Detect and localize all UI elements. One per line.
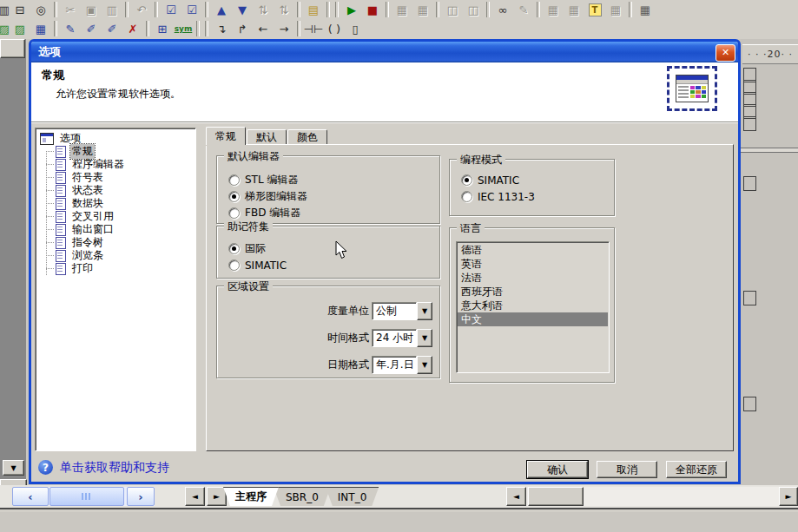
network-table-icon[interactable]: ▦	[635, 1, 656, 18]
tree-item-output-window[interactable]: 输出窗口	[37, 223, 194, 236]
tab-scroll-left-button[interactable]: ◄	[185, 487, 205, 506]
branch-up-arrow-icon[interactable]: ↱	[232, 20, 253, 37]
tab-general[interactable]: 常规	[206, 127, 246, 145]
pause-chart-status-icon[interactable]: ◫	[463, 1, 484, 18]
hscroll-right-button[interactable]: ›	[127, 487, 155, 506]
tree-item-general[interactable]: 常规	[37, 145, 194, 158]
tab-color[interactable]: 颜色	[287, 129, 327, 145]
coil-icon[interactable]: ( )	[324, 20, 345, 37]
tree-item-status-chart[interactable]: 状态表	[37, 184, 194, 197]
insert-row-icon[interactable]: ✐	[81, 20, 102, 37]
upload-icon[interactable]: ▲	[211, 1, 232, 18]
timer-icon[interactable]: T	[584, 1, 605, 18]
language-option[interactable]: 英语	[458, 257, 608, 271]
compile-icon[interactable]: ☑	[161, 1, 181, 18]
pause-program-status-icon[interactable]: ▦	[412, 1, 433, 18]
partial-left-icon[interactable]: ▥	[0, 1, 10, 18]
language-listbox[interactable]: 德语 英语 法语 西班牙语 意大利语 中文	[456, 241, 610, 373]
sort-descending-icon[interactable]: ⇅	[274, 1, 294, 18]
language-option[interactable]: 法语	[458, 271, 608, 285]
cancel-button[interactable]: 取消	[597, 461, 657, 478]
combo-box[interactable]: 24 小时 ▼	[372, 329, 432, 347]
editor-hscroll-thumb[interactable]	[528, 487, 584, 506]
options-folder-icon[interactable]: ▤	[303, 1, 324, 18]
paste-icon[interactable]: ▥	[102, 1, 122, 18]
tree-root-options[interactable]: 选项	[37, 132, 194, 145]
confirm-button[interactable]: 确认	[527, 461, 588, 478]
tab-scroll-right-button[interactable]: ►	[207, 487, 227, 506]
copy-icon[interactable]: ▣	[81, 1, 102, 18]
toolbar-button	[326, 2, 330, 17]
combo-dropdown-button[interactable]: ▼	[417, 329, 432, 347]
tab-default[interactable]: 默认	[247, 129, 287, 145]
branch-down-arrow-icon[interactable]: ↴	[211, 20, 232, 37]
table-force-icon[interactable]: ▦	[605, 1, 626, 18]
symbol-table-icon[interactable]: sym	[173, 20, 194, 37]
run-icon[interactable]: ▶	[341, 1, 362, 18]
tree-item-symbol-table[interactable]: 符号表	[37, 171, 194, 184]
chart-status-icon[interactable]: ◫	[442, 1, 463, 18]
editor-hscroll-right-button[interactable]: ►	[779, 487, 798, 506]
tab-main-program[interactable]: 主程序	[223, 487, 279, 506]
radio-simatic-mnemonics[interactable]: SIMATIC	[228, 257, 439, 273]
network-grid-icon[interactable]: ▦	[30, 20, 51, 37]
radio-icon	[461, 174, 472, 186]
ladder-editor-icon[interactable]: ▨	[10, 20, 30, 37]
program-status-icon[interactable]: ▦	[392, 1, 412, 18]
download-icon[interactable]: ▼	[232, 1, 253, 18]
contact-icon[interactable]: ⊣⊢	[303, 20, 324, 37]
radio-iec-1131-3-mode[interactable]: IEC 1131-3	[461, 188, 614, 205]
sort-ascending-icon[interactable]: ⇅	[253, 1, 274, 18]
combo-dropdown-button[interactable]: ▼	[417, 356, 432, 374]
hscroll-thumb[interactable]	[49, 487, 124, 506]
tab-int-0[interactable]: INT_0	[326, 487, 379, 506]
box-instruction-icon[interactable]: ▯	[345, 20, 366, 37]
tree-items: 常规 程序编辑器 符号表 状态表 数据块	[37, 145, 194, 275]
tab-sbr-0[interactable]: SBR_0	[274, 487, 331, 506]
print-icon[interactable]: ⊟	[10, 1, 30, 18]
radio-international-mnemonics[interactable]: 国际	[228, 240, 439, 257]
navigation-partial-top-button[interactable]	[0, 39, 25, 58]
language-option[interactable]: 意大利语	[458, 299, 608, 312]
language-option[interactable]: 德语	[458, 243, 608, 257]
editor-ruler: · · ·20· ·	[742, 44, 798, 64]
editor-hscroll-left-button[interactable]: ◄	[506, 487, 526, 506]
hscroll-left-button[interactable]: ‹	[12, 487, 49, 506]
help-icon[interactable]: ?	[38, 460, 53, 475]
tree-item-data-block[interactable]: 数据块	[37, 197, 194, 210]
radio-ladder-editor[interactable]: 梯形图编辑器	[228, 188, 439, 205]
line-left-arrow-icon[interactable]: ←	[253, 20, 274, 37]
close-button[interactable]: ✕	[716, 44, 735, 62]
partial-green-grid-icon[interactable]: ▨	[0, 20, 10, 37]
insert-network-icon[interactable]: ✎	[60, 20, 81, 37]
radio-simatic-mode[interactable]: SIMATIC	[461, 172, 614, 188]
restore-all-button[interactable]: 全部还原	[666, 461, 727, 478]
print-preview-icon[interactable]: ◎	[30, 1, 51, 18]
compile-all-icon[interactable]: ☑	[181, 1, 202, 18]
dialog-titlebar[interactable]: 选项 ✕	[31, 42, 738, 62]
address-filter-icon[interactable]: ⊞	[152, 20, 173, 37]
tree-item-print[interactable]: 打印	[37, 262, 194, 275]
help-link[interactable]: 单击获取帮助和支持	[60, 460, 169, 476]
language-option[interactable]: 西班牙语	[458, 285, 608, 299]
language-option[interactable]: 中文	[458, 312, 608, 326]
edit-pen-icon[interactable]: ✎	[513, 1, 534, 18]
navigation-scroll-down-button[interactable]: ▼	[3, 460, 24, 476]
tree-item-instruction-tree[interactable]: 指令树	[37, 236, 194, 249]
bookmark-glasses-icon[interactable]: ∞	[492, 1, 513, 18]
delete-network-icon[interactable]: ✗	[122, 20, 143, 37]
radio-stl-editor[interactable]: STL 编辑器	[228, 172, 439, 188]
tree-item-program-editor[interactable]: 程序编辑器	[37, 158, 194, 171]
table-read-icon[interactable]: ▦	[543, 1, 564, 18]
combo-box[interactable]: 公制 ▼	[372, 302, 432, 320]
tree-item-cross-reference[interactable]: 交叉引用	[37, 210, 194, 223]
stop-icon[interactable]: ■	[362, 1, 383, 18]
table-write-icon[interactable]: ▦	[564, 1, 584, 18]
tree-item-browser-bar[interactable]: 浏览条	[37, 249, 194, 262]
combo-dropdown-button[interactable]: ▼	[417, 302, 432, 320]
undo-icon[interactable]: ↶	[131, 1, 152, 18]
combo-box[interactable]: 年.月.日 ▼	[372, 356, 432, 374]
line-right-arrow-icon[interactable]: →	[274, 20, 294, 37]
delete-row-icon[interactable]: ✐	[102, 20, 122, 37]
cut-icon[interactable]: ✂	[60, 1, 81, 18]
